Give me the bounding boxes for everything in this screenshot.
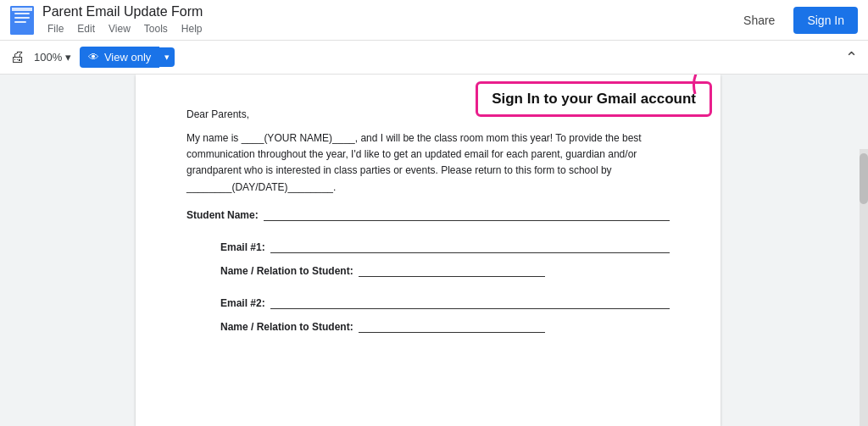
topbar-right: Share Sign In xyxy=(733,7,858,34)
svg-rect-3 xyxy=(14,21,26,23)
relation1-row: Name / Relation to Student: xyxy=(186,263,670,277)
toolbar: 🖨 100% ▾ 👁 View only ▾ ⌃ xyxy=(0,41,868,75)
zoom-area: 100% ▾ xyxy=(34,51,71,64)
right-margin xyxy=(721,75,868,426)
scrollbar[interactable] xyxy=(860,149,868,426)
view-only-area: 👁 View only ▾ xyxy=(80,47,175,68)
relation1-label: Name / Relation to Student: xyxy=(220,265,353,277)
svg-rect-0 xyxy=(10,6,34,35)
doc-title[interactable]: Parent Email Update Form xyxy=(42,3,725,19)
menu-view[interactable]: View xyxy=(103,21,136,36)
view-only-button[interactable]: 👁 View only xyxy=(80,47,159,68)
main-content: Sign In to your Gmail account Dear Paren… xyxy=(0,75,868,426)
menu-bar: File Edit View Tools Help xyxy=(42,21,725,36)
relation1-line xyxy=(359,263,545,277)
body-paragraph: My name is ____(YOUR NAME)____, and I wi… xyxy=(186,130,670,196)
callout-container: Sign In to your Gmail account xyxy=(476,81,712,117)
svg-rect-2 xyxy=(14,17,30,19)
student-name-label: Student Name: xyxy=(186,209,259,221)
relation2-row: Name / Relation to Student: xyxy=(186,319,670,333)
email2-label: Email #2: xyxy=(220,297,265,309)
callout-box: Sign In to your Gmail account xyxy=(476,81,712,117)
collapse-button[interactable]: ⌃ xyxy=(845,48,858,67)
email1-label: Email #1: xyxy=(220,241,265,253)
document-page: Sign In to your Gmail account Dear Paren… xyxy=(136,75,721,426)
print-icon[interactable]: 🖨 xyxy=(10,48,25,66)
relation2-line xyxy=(359,319,545,333)
menu-edit[interactable]: Edit xyxy=(72,21,100,36)
email1-row: Email #1: xyxy=(186,240,670,253)
email2-row: Email #2: xyxy=(186,296,670,309)
email1-line xyxy=(270,240,670,253)
student-name-line xyxy=(264,207,670,221)
scrollbar-thumb[interactable] xyxy=(860,153,868,204)
view-only-caret-button[interactable]: ▾ xyxy=(159,47,175,67)
menu-help[interactable]: Help xyxy=(176,21,208,36)
signin-button[interactable]: Sign In xyxy=(793,7,858,34)
left-margin xyxy=(0,75,136,426)
menu-tools[interactable]: Tools xyxy=(139,21,173,36)
eye-icon: 👁 xyxy=(88,51,99,64)
relation2-label: Name / Relation to Student: xyxy=(220,321,353,333)
email2-line xyxy=(270,296,670,309)
share-button[interactable]: Share xyxy=(733,8,785,32)
menu-file[interactable]: File xyxy=(42,21,69,36)
student-name-row: Student Name: xyxy=(186,207,670,221)
top-bar: Parent Email Update Form File Edit View … xyxy=(0,0,868,41)
title-area: Parent Email Update Form File Edit View … xyxy=(42,3,725,36)
doc-icon xyxy=(10,6,34,35)
svg-rect-1 xyxy=(14,13,30,14)
zoom-dropdown[interactable]: 100% ▾ xyxy=(34,51,71,64)
